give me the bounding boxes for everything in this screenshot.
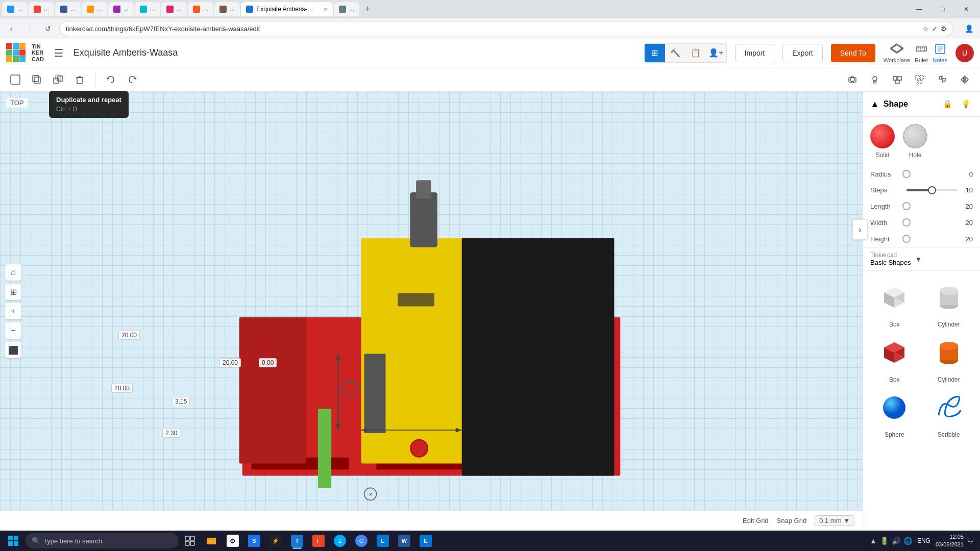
close-button[interactable]: ✕ bbox=[954, 0, 978, 18]
ruler-button[interactable]: Ruler bbox=[914, 43, 928, 63]
snap-grid-value[interactable]: 0.1 mm ▼ bbox=[815, 515, 854, 526]
volume-icon[interactable]: 🔊 bbox=[892, 537, 900, 545]
shape-label: Box bbox=[889, 376, 900, 383]
duplicate-repeat-button[interactable]: Duplicate and repeat Ctrl + D bbox=[49, 70, 67, 89]
redo-button[interactable] bbox=[123, 70, 141, 89]
svg-point-31 bbox=[873, 77, 877, 81]
taskbar-search[interactable]: 🔍 Type here to search bbox=[26, 533, 179, 548]
view-camera-button[interactable] bbox=[843, 70, 862, 89]
address-bar[interactable]: tinkercad.com/things/6kEpW7fENxY-exquisi… bbox=[59, 21, 953, 36]
height-dot[interactable] bbox=[902, 235, 911, 243]
shape-item-box-red[interactable]: Box bbox=[869, 332, 920, 383]
browser-tab[interactable]: ... bbox=[214, 2, 240, 16]
taskbar-app-6[interactable]: Z bbox=[330, 532, 350, 550]
file-explorer-button[interactable] bbox=[201, 532, 222, 550]
align-button[interactable] bbox=[933, 70, 951, 89]
build-view-button[interactable]: 🔨 bbox=[665, 44, 685, 62]
new-tab-button[interactable]: + bbox=[360, 2, 375, 16]
shape-item-box-gray[interactable]: Box bbox=[869, 277, 920, 328]
taskbar-app-2[interactable]: S bbox=[244, 532, 264, 550]
taskbar-app-active[interactable]: T bbox=[287, 532, 307, 550]
workplane-button[interactable]: Workplane bbox=[884, 43, 910, 63]
radius-label: Radius bbox=[870, 170, 898, 178]
browser-tab[interactable]: ... bbox=[2, 2, 28, 16]
maximize-button[interactable]: □ bbox=[931, 0, 954, 18]
taskbar-app-9[interactable]: W bbox=[394, 532, 414, 550]
network-up-icon[interactable]: ▲ bbox=[870, 537, 877, 545]
browser-tab[interactable]: ... bbox=[188, 2, 213, 16]
notes-button[interactable]: Notes bbox=[933, 43, 947, 63]
back-button[interactable]: ‹ bbox=[4, 21, 18, 36]
browser-tab[interactable]: ... bbox=[29, 2, 54, 16]
browser-tab[interactable]: ... bbox=[55, 2, 81, 16]
task-view-button[interactable] bbox=[180, 532, 200, 550]
svg-rect-7 bbox=[13, 56, 19, 62]
network-icon[interactable]: 🌐 bbox=[903, 537, 912, 545]
taskbar-app-8[interactable]: E bbox=[373, 532, 393, 550]
width-dot[interactable] bbox=[902, 218, 911, 227]
profile-button[interactable]: 👤 bbox=[962, 21, 976, 36]
tinkercad-logo[interactable]: TIN KER CAD bbox=[6, 43, 44, 63]
delete-button[interactable] bbox=[70, 70, 89, 89]
shape-item-cylinder-orange[interactable]: Cylinder bbox=[924, 332, 974, 383]
hint-button[interactable]: 💡 bbox=[959, 97, 973, 111]
browser-tab[interactable]: ... bbox=[82, 2, 107, 16]
bookmark-icon[interactable]: ☆ bbox=[923, 25, 929, 33]
ungroup-button[interactable] bbox=[911, 70, 929, 89]
import-button[interactable]: Import bbox=[735, 44, 775, 62]
svg-rect-36 bbox=[920, 76, 924, 79]
browser-tab[interactable]: ... bbox=[135, 2, 160, 16]
library-expand-button[interactable]: ▼ bbox=[915, 255, 922, 263]
shape-types: Solid Hole bbox=[863, 117, 980, 166]
lock-button[interactable]: 🔒 bbox=[940, 97, 954, 111]
edit-grid-label[interactable]: Edit Grid bbox=[743, 517, 769, 524]
height-label: Height bbox=[870, 235, 898, 243]
lighting-button[interactable] bbox=[866, 70, 884, 89]
length-dot[interactable] bbox=[902, 202, 911, 210]
svg-rect-40 bbox=[943, 79, 945, 81]
sendto-button[interactable]: Send To bbox=[831, 44, 875, 62]
hole-type-button[interactable]: Hole bbox=[903, 124, 927, 159]
address-bar-row: ‹ › ↺ tinkercad.com/things/6kEpW7fENxY-e… bbox=[0, 18, 980, 39]
browser-tab[interactable]: ... bbox=[334, 2, 359, 16]
refresh-button[interactable]: ↺ bbox=[41, 21, 55, 36]
code-view-button[interactable]: 📋 bbox=[685, 44, 706, 62]
group-button[interactable] bbox=[888, 70, 906, 89]
undo-button[interactable] bbox=[102, 70, 120, 89]
copy-button[interactable] bbox=[28, 70, 46, 89]
panel-collapse-button[interactable]: ▲ bbox=[870, 99, 879, 110]
notification-icon[interactable]: 🗨 bbox=[967, 537, 974, 545]
taskbar-app-10[interactable]: E bbox=[415, 532, 436, 550]
radius-dot[interactable] bbox=[902, 170, 911, 178]
taskbar-app-3[interactable]: ⚡ bbox=[265, 532, 286, 550]
solid-type-button[interactable]: Solid bbox=[870, 124, 895, 159]
hamburger-menu-button[interactable]: ☰ bbox=[50, 45, 67, 61]
start-button[interactable] bbox=[2, 532, 24, 550]
shape-item-sphere-blue[interactable]: Sphere bbox=[869, 387, 920, 438]
export-button[interactable]: Export bbox=[782, 44, 822, 62]
extension-icon[interactable]: ✓ bbox=[932, 25, 938, 33]
browser-tab[interactable]: ... bbox=[161, 2, 187, 16]
taskbar-app-7[interactable]: G bbox=[351, 532, 372, 550]
browser-tab[interactable]: ... bbox=[108, 2, 134, 16]
canvas-area[interactable]: TOP ⌂ ⊞ + − ⬛ bbox=[0, 92, 863, 531]
new-shape-button[interactable] bbox=[6, 70, 24, 89]
minimize-button[interactable]: — bbox=[908, 0, 931, 18]
svg-rect-82 bbox=[8, 536, 13, 540]
taskbar-app-1[interactable]: ⚙ bbox=[223, 532, 243, 550]
grid-view-button[interactable]: ⊞ bbox=[645, 44, 665, 62]
user-avatar[interactable]: U bbox=[955, 44, 974, 62]
steps-slider[interactable] bbox=[906, 189, 958, 191]
shape-item-scribble[interactable]: Scribble bbox=[924, 387, 974, 438]
clock[interactable]: 12:05 03/06/2021 bbox=[936, 533, 964, 549]
add-user-button[interactable]: 👤+ bbox=[706, 44, 726, 62]
mirror-button[interactable] bbox=[955, 70, 974, 89]
browser-tab-active[interactable]: Exquisite Amberis-Waasa ✕ bbox=[241, 2, 333, 16]
taskbar-app-5[interactable]: F bbox=[308, 532, 329, 550]
battery-icon[interactable]: 🔋 bbox=[880, 537, 889, 545]
shape-item-cylinder-gray[interactable]: Cylinder bbox=[924, 277, 974, 328]
svg-rect-2 bbox=[19, 43, 26, 49]
forward-button[interactable]: › bbox=[22, 21, 37, 36]
panel-toggle-button[interactable]: › bbox=[852, 219, 868, 240]
settings-icon[interactable]: ⚙ bbox=[941, 25, 947, 33]
